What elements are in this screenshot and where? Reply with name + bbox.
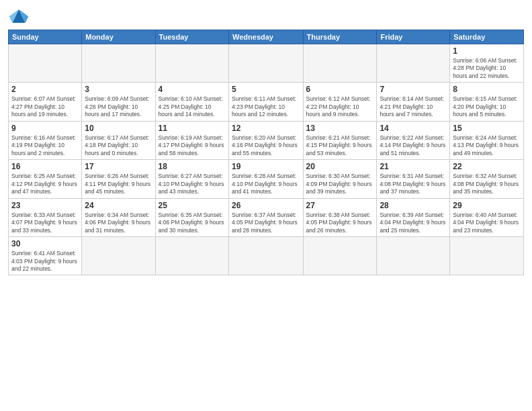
calendar-cell: 30Sunrise: 6:41 AM Sunset: 4:03 PM Dayli… (9, 237, 82, 275)
day-number: 19 (232, 162, 300, 171)
day-number: 29 (453, 201, 521, 210)
day-number: 15 (453, 124, 521, 133)
day-number: 10 (85, 124, 152, 133)
day-info: Sunrise: 6:22 AM Sunset: 4:14 PM Dayligh… (380, 134, 447, 157)
day-number: 27 (306, 201, 374, 210)
header (8, 7, 524, 26)
day-info: Sunrise: 6:40 AM Sunset: 4:04 PM Dayligh… (453, 212, 521, 234)
calendar-col-header: Thursday (303, 30, 377, 44)
day-info: Sunrise: 6:26 AM Sunset: 4:11 PM Dayligh… (85, 173, 152, 195)
calendar-cell: 16Sunrise: 6:25 AM Sunset: 4:12 PM Dayli… (9, 160, 82, 198)
calendar-week-row: 30Sunrise: 6:41 AM Sunset: 4:03 PM Dayli… (9, 237, 524, 275)
calendar-cell: 8Sunrise: 6:15 AM Sunset: 4:20 PM Daylig… (450, 83, 524, 121)
calendar-cell: 26Sunrise: 6:37 AM Sunset: 4:05 PM Dayli… (229, 198, 304, 236)
day-info: Sunrise: 6:19 AM Sunset: 4:17 PM Dayligh… (159, 134, 226, 157)
day-info: Sunrise: 6:37 AM Sunset: 4:05 PM Dayligh… (232, 212, 300, 234)
calendar-week-row: 16Sunrise: 6:25 AM Sunset: 4:12 PM Dayli… (9, 160, 524, 198)
day-info: Sunrise: 6:27 AM Sunset: 4:10 PM Dayligh… (159, 173, 226, 195)
calendar-cell: 3Sunrise: 6:09 AM Sunset: 4:26 PM Daylig… (82, 83, 155, 121)
day-info: Sunrise: 6:11 AM Sunset: 4:23 PM Dayligh… (232, 95, 300, 118)
calendar-cell: 15Sunrise: 6:24 AM Sunset: 4:13 PM Dayli… (450, 121, 524, 159)
day-info: Sunrise: 6:28 AM Sunset: 4:10 PM Dayligh… (232, 173, 300, 195)
day-number: 1 (453, 46, 521, 56)
day-info: Sunrise: 6:32 AM Sunset: 4:08 PM Dayligh… (453, 173, 521, 195)
day-number: 26 (232, 201, 300, 210)
day-info: Sunrise: 6:17 AM Sunset: 4:18 PM Dayligh… (85, 134, 152, 157)
logo-icon (8, 7, 30, 26)
calendar-cell: 11Sunrise: 6:19 AM Sunset: 4:17 PM Dayli… (155, 121, 228, 159)
day-info: Sunrise: 6:31 AM Sunset: 4:08 PM Dayligh… (380, 173, 447, 195)
day-number: 8 (453, 85, 521, 94)
calendar-cell (377, 237, 450, 275)
calendar-cell: 27Sunrise: 6:38 AM Sunset: 4:05 PM Dayli… (303, 198, 377, 236)
day-info: Sunrise: 6:16 AM Sunset: 4:19 PM Dayligh… (11, 134, 79, 157)
day-number: 21 (380, 162, 447, 171)
day-number: 23 (11, 201, 79, 210)
calendar-cell: 6Sunrise: 6:12 AM Sunset: 4:22 PM Daylig… (303, 83, 377, 121)
day-info: Sunrise: 6:10 AM Sunset: 4:25 PM Dayligh… (159, 95, 226, 118)
day-number: 13 (306, 124, 374, 133)
day-info: Sunrise: 6:35 AM Sunset: 4:06 PM Dayligh… (159, 212, 226, 234)
calendar-cell: 10Sunrise: 6:17 AM Sunset: 4:18 PM Dayli… (82, 121, 155, 159)
day-number: 7 (380, 85, 447, 94)
day-info: Sunrise: 6:33 AM Sunset: 4:07 PM Dayligh… (11, 212, 79, 234)
calendar-cell (303, 237, 377, 275)
calendar-col-header: Saturday (450, 30, 524, 44)
calendar-cell: 18Sunrise: 6:27 AM Sunset: 4:10 PM Dayli… (155, 160, 228, 198)
day-number: 24 (85, 201, 152, 210)
day-info: Sunrise: 6:14 AM Sunset: 4:21 PM Dayligh… (380, 95, 447, 118)
calendar-cell: 28Sunrise: 6:39 AM Sunset: 4:04 PM Dayli… (377, 198, 450, 236)
calendar-cell: 1Sunrise: 6:06 AM Sunset: 4:28 PM Daylig… (450, 44, 524, 83)
calendar-week-row: 2Sunrise: 6:07 AM Sunset: 4:27 PM Daylig… (9, 83, 524, 121)
calendar-cell: 19Sunrise: 6:28 AM Sunset: 4:10 PM Dayli… (229, 160, 304, 198)
calendar-cell: 25Sunrise: 6:35 AM Sunset: 4:06 PM Dayli… (155, 198, 228, 236)
calendar-cell: 4Sunrise: 6:10 AM Sunset: 4:25 PM Daylig… (155, 83, 228, 121)
calendar-week-row: 23Sunrise: 6:33 AM Sunset: 4:07 PM Dayli… (9, 198, 524, 236)
calendar-cell: 12Sunrise: 6:20 AM Sunset: 4:16 PM Dayli… (229, 121, 304, 159)
day-info: Sunrise: 6:21 AM Sunset: 4:15 PM Dayligh… (306, 134, 374, 157)
calendar-cell: 5Sunrise: 6:11 AM Sunset: 4:23 PM Daylig… (229, 83, 304, 121)
day-info: Sunrise: 6:06 AM Sunset: 4:28 PM Dayligh… (453, 57, 521, 80)
day-number: 2 (11, 85, 79, 94)
day-info: Sunrise: 6:39 AM Sunset: 4:04 PM Dayligh… (380, 212, 447, 234)
day-number: 11 (159, 124, 226, 133)
calendar-week-row: 9Sunrise: 6:16 AM Sunset: 4:19 PM Daylig… (9, 121, 524, 159)
day-number: 28 (380, 201, 447, 210)
calendar-header-row: SundayMondayTuesdayWednesdayThursdayFrid… (9, 30, 524, 44)
day-info: Sunrise: 6:30 AM Sunset: 4:09 PM Dayligh… (306, 173, 374, 195)
calendar-cell (82, 44, 155, 83)
calendar-col-header: Monday (82, 30, 155, 44)
calendar-cell: 17Sunrise: 6:26 AM Sunset: 4:11 PM Dayli… (82, 160, 155, 198)
day-number: 20 (306, 162, 374, 171)
calendar-cell: 20Sunrise: 6:30 AM Sunset: 4:09 PM Dayli… (303, 160, 377, 198)
day-number: 22 (453, 162, 521, 171)
calendar-col-header: Sunday (9, 30, 82, 44)
day-number: 6 (306, 85, 374, 94)
page: SundayMondayTuesdayWednesdayThursdayFrid… (0, 0, 532, 411)
logo (8, 7, 32, 26)
day-number: 9 (11, 124, 79, 133)
day-info: Sunrise: 6:09 AM Sunset: 4:26 PM Dayligh… (85, 95, 152, 118)
day-info: Sunrise: 6:20 AM Sunset: 4:16 PM Dayligh… (232, 134, 300, 157)
calendar-cell: 23Sunrise: 6:33 AM Sunset: 4:07 PM Dayli… (9, 198, 82, 236)
day-info: Sunrise: 6:25 AM Sunset: 4:12 PM Dayligh… (11, 173, 79, 195)
day-info: Sunrise: 6:41 AM Sunset: 4:03 PM Dayligh… (11, 250, 79, 273)
calendar-col-header: Friday (377, 30, 450, 44)
day-number: 4 (159, 85, 226, 94)
calendar-cell (377, 44, 450, 83)
calendar-cell (229, 44, 304, 83)
calendar-cell (82, 237, 155, 275)
calendar-cell (450, 237, 524, 275)
calendar-cell: 2Sunrise: 6:07 AM Sunset: 4:27 PM Daylig… (9, 83, 82, 121)
day-info: Sunrise: 6:24 AM Sunset: 4:13 PM Dayligh… (453, 134, 521, 157)
calendar-cell: 7Sunrise: 6:14 AM Sunset: 4:21 PM Daylig… (377, 83, 450, 121)
calendar-cell: 21Sunrise: 6:31 AM Sunset: 4:08 PM Dayli… (377, 160, 450, 198)
calendar-cell (9, 44, 82, 83)
day-number: 17 (85, 162, 152, 171)
calendar-cell: 22Sunrise: 6:32 AM Sunset: 4:08 PM Dayli… (450, 160, 524, 198)
day-number: 12 (232, 124, 300, 133)
day-info: Sunrise: 6:34 AM Sunset: 4:06 PM Dayligh… (85, 212, 152, 234)
day-number: 30 (11, 239, 79, 248)
calendar-cell (303, 44, 377, 83)
calendar-col-header: Wednesday (229, 30, 304, 44)
